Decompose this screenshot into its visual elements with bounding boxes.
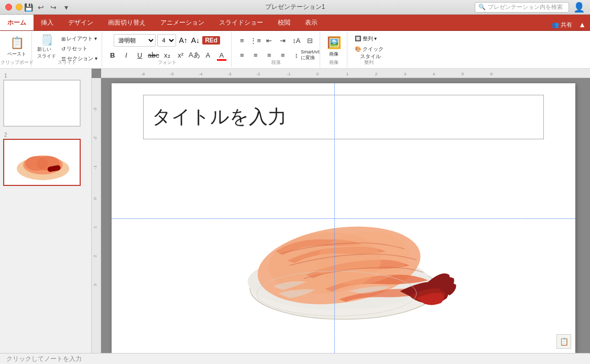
slides-controls: 🗒️ 新しいスライド ⊞ レイアウト ▾ ↺ リセット ☰ セクション ▾ xyxy=(35,33,100,60)
italic-button[interactable]: I xyxy=(120,49,133,61)
arrange-button[interactable]: 🔲 整列 ▾ xyxy=(353,34,386,43)
new-slide-button[interactable]: 🗒️ 新しいスライド xyxy=(35,33,58,60)
slide-thumb-2[interactable] xyxy=(3,139,81,186)
tab-design[interactable]: デザイン xyxy=(61,15,101,30)
svg-text:-5: -5 xyxy=(170,72,174,76)
ribbon-tabs: ホーム 挿入 デザイン 画面切り替え アニメーション スライドショー 校閲 表示… xyxy=(0,15,590,30)
tab-slideshow[interactable]: スライドショー xyxy=(212,15,270,30)
svg-text:2: 2 xyxy=(375,72,378,76)
font-color-button[interactable]: A xyxy=(215,49,228,61)
slides-group: 🗒️ 新しいスライド ⊞ レイアウト ▾ ↺ リセット ☰ セクション ▾ スラ… xyxy=(33,32,102,67)
text-columns-button[interactable]: ⊟ xyxy=(304,34,316,47)
sushi-image[interactable] xyxy=(138,146,549,337)
reset-icon: ↺ xyxy=(61,46,65,52)
font-row: 游明朝 40 A↑ A↓ REd xyxy=(114,33,220,48)
h-ruler-svg: -6 -5 -4 -3 -2 -1 0 1 2 3 4 5 6 xyxy=(101,69,590,78)
bold-button[interactable]: B xyxy=(106,49,119,61)
redo-icon[interactable]: ↪ xyxy=(49,3,58,12)
svg-text:3: 3 xyxy=(93,283,97,286)
font-family-select[interactable]: 游明朝 xyxy=(114,34,156,47)
svg-text:0: 0 xyxy=(93,197,97,200)
search-bar[interactable]: 🔍 プレゼンテーション内を検索 xyxy=(475,2,569,13)
numbered-list-button[interactable]: ⋮≡ xyxy=(249,34,262,47)
paragraph-group: ≡ ⋮≡ ⇤ ⇥ ↕A ⊟ ≡ ≡ ≡ ≡ ↕ SmartArtに変換 段落 xyxy=(233,32,320,67)
layout-icon: ⊞ xyxy=(61,36,65,42)
tab-view[interactable]: 表示 xyxy=(298,15,325,30)
svg-text:-2: -2 xyxy=(256,72,260,76)
char-spacing-button[interactable]: Aあ xyxy=(188,49,201,61)
slide-1-container: 1 xyxy=(3,73,88,127)
ribbon-right: 👥 共有 ▲ xyxy=(548,19,590,30)
font-shrink-icon[interactable]: A↓ xyxy=(190,36,201,45)
paste-icon: 📋 xyxy=(10,36,24,50)
svg-text:0: 0 xyxy=(316,72,319,76)
sushi-svg xyxy=(197,153,490,331)
clear-format-button[interactable]: A xyxy=(202,49,214,61)
svg-text:-6: -6 xyxy=(141,72,145,76)
svg-text:3: 3 xyxy=(404,72,407,76)
svg-rect-5 xyxy=(101,69,590,78)
svg-text:5: 5 xyxy=(462,72,464,76)
tab-home[interactable]: ホーム xyxy=(0,15,34,30)
slide-1-preview xyxy=(4,81,80,126)
underline-button[interactable]: U xyxy=(134,49,146,61)
undo-icon[interactable]: ↩ xyxy=(36,3,46,12)
font-selector-group: 游明朝 40 A↑ A↓ REd B I U ab̶c x₂ x² Aあ A A… xyxy=(103,32,232,67)
paste-group: 📋 ペースト クリップボード xyxy=(2,32,32,67)
image-button[interactable]: 🖼️ 画像 xyxy=(324,33,343,60)
ribbon-toolbar: 📋 ペースト クリップボード 🗒️ 新しいスライド ⊞ レイアウト ▾ ↺ リセ… xyxy=(0,31,590,69)
chevron-icon[interactable]: ▲ xyxy=(578,20,586,29)
share-button[interactable]: 👥 共有 xyxy=(548,19,576,30)
save-icon[interactable]: 💾 xyxy=(24,3,33,12)
svg-text:1: 1 xyxy=(346,72,349,76)
svg-text:2: 2 xyxy=(93,255,97,257)
tab-transitions[interactable]: 画面切り替え xyxy=(101,15,153,30)
font-size-select[interactable]: 40 xyxy=(157,34,176,47)
bullet-list-button[interactable]: ≡ xyxy=(236,34,248,47)
new-slide-icon: 🗒️ xyxy=(40,34,53,46)
slide-canvas: タイトルを入力 xyxy=(112,83,575,353)
align-center-button[interactable]: ≡ xyxy=(249,49,262,61)
notes-placeholder[interactable]: クリックしてノートを入力 xyxy=(6,355,82,363)
slide-title-text: タイトルを入力 xyxy=(152,104,287,130)
user-icon[interactable]: 👤 xyxy=(573,2,585,13)
svg-text:-2: -2 xyxy=(93,136,97,140)
title-bar: 💾 ↩ ↪ ▾ プレゼンテーション1 🔍 プレゼンテーション内を検索 👤 xyxy=(0,0,590,15)
svg-text:-1: -1 xyxy=(93,165,97,169)
paste-smart-button[interactable]: 📋 xyxy=(556,334,571,349)
paste-smart-icon: 📋 xyxy=(560,337,569,346)
reset-button[interactable]: ↺ リセット xyxy=(59,44,100,53)
tab-animations[interactable]: アニメーション xyxy=(153,15,212,30)
paste-button[interactable]: 📋 ペースト xyxy=(5,33,28,60)
svg-rect-19 xyxy=(92,78,101,353)
tab-review[interactable]: 校閲 xyxy=(270,15,298,30)
title-placeholder[interactable]: タイトルを入力 xyxy=(143,95,544,139)
close-button[interactable] xyxy=(5,4,12,10)
vertical-ruler: -3 -2 -1 0 1 2 3 xyxy=(92,78,101,353)
slide-editor: -6 -5 -4 -3 -2 -1 0 1 2 3 4 5 6 -3 -2 -1 xyxy=(92,69,590,353)
minimize-button[interactable] xyxy=(16,4,23,10)
layout-button[interactable]: ⊞ レイアウト ▾ xyxy=(59,34,100,43)
image-icon: 🖼️ xyxy=(327,36,341,50)
text-direction-button[interactable]: ↕A xyxy=(290,34,303,47)
svg-text:1: 1 xyxy=(93,226,97,228)
window-title: プレゼンテーション1 xyxy=(265,3,325,12)
vertical-guide xyxy=(334,83,335,353)
list-row: ≡ ⋮≡ ⇤ ⇥ ↕A ⊟ xyxy=(236,33,316,48)
v-ruler-svg: -3 -2 -1 0 1 2 3 xyxy=(92,78,101,353)
align-left-button[interactable]: ≡ xyxy=(236,49,248,61)
increase-indent-button[interactable]: ⇥ xyxy=(277,34,289,47)
slide-2-container: 2 xyxy=(3,132,88,186)
image-group: 🖼️ 画像 画像 xyxy=(321,32,347,67)
decrease-indent-button[interactable]: ⇤ xyxy=(263,34,276,47)
tab-insert[interactable]: 挿入 xyxy=(34,15,61,30)
share-icon: 👥 xyxy=(552,21,559,28)
slide-thumb-1[interactable] xyxy=(3,80,81,127)
horizontal-guide xyxy=(112,218,575,219)
more-icon[interactable]: ▾ xyxy=(61,3,71,12)
svg-text:-4: -4 xyxy=(199,72,203,76)
red-badge: REd xyxy=(202,36,220,45)
smart-art-button[interactable]: SmartArtに変換 xyxy=(304,49,316,61)
font-grow-icon[interactable]: A↑ xyxy=(178,36,188,45)
ribbon: ホーム 挿入 デザイン 画面切り替え アニメーション スライドショー 校閲 表示… xyxy=(0,15,590,31)
